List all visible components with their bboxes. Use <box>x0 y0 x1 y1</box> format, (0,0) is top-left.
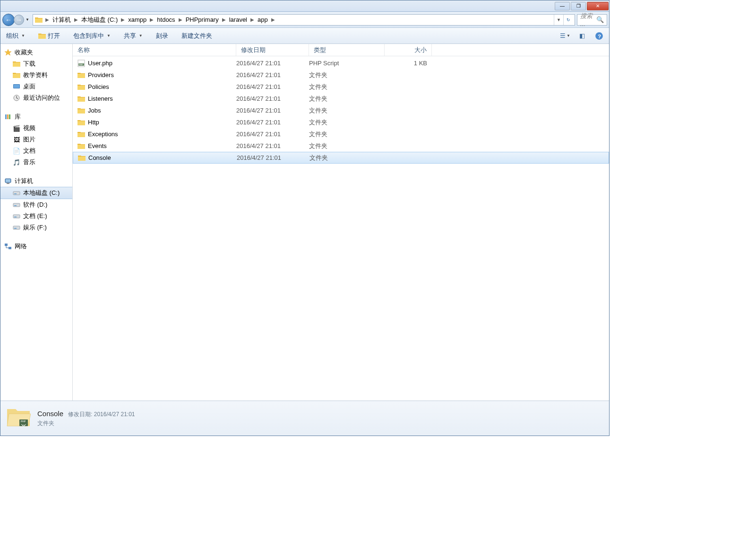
file-row[interactable]: Events2016/4/27 21:01文件夹 <box>73 140 609 152</box>
file-row[interactable]: Providers2016/4/27 21:01文件夹 <box>73 69 609 81</box>
breadcrumb-item[interactable]: 计算机 <box>50 15 73 25</box>
folder-icon <box>77 142 85 150</box>
column-headers: 名称 修改日期 类型 大小 <box>73 44 609 56</box>
file-type: 文件夹 <box>309 83 385 91</box>
chevron-right-icon[interactable]: ▶ <box>149 17 155 22</box>
folder-icon <box>13 71 20 79</box>
sidebar-item-downloads[interactable]: 下载 <box>0 58 72 70</box>
file-date: 2016/4/27 21:01 <box>236 71 309 79</box>
chevron-right-icon[interactable]: ▶ <box>73 17 79 22</box>
organize-button[interactable]: 组织▼ <box>5 30 26 42</box>
nav-forward-button[interactable]: → <box>14 15 24 25</box>
nav-back-button[interactable]: ← <box>2 14 15 26</box>
file-row[interactable]: Http2016/4/27 21:01文件夹 <box>73 116 609 128</box>
drive-icon <box>13 212 20 220</box>
breadcrumb-item[interactable]: htdocs <box>155 15 177 24</box>
file-name: Http <box>88 119 99 126</box>
chevron-right-icon[interactable]: ▶ <box>249 17 255 22</box>
file-type: 文件夹 <box>309 130 385 139</box>
navigation-sidebar: 收藏夹 下载 教学资料 桌面 最近访问的位 库 🎬视频 🖼图片 📄文档 🎵音乐 … <box>0 44 73 401</box>
file-date: 2016/4/27 21:01 <box>236 142 309 149</box>
chevron-right-icon[interactable]: ▶ <box>178 17 183 22</box>
column-size[interactable]: 大小 <box>385 44 432 56</box>
sidebar-item-teaching[interactable]: 教学资料 <box>0 70 72 81</box>
file-date: 2016/4/27 21:01 <box>236 131 309 138</box>
details-type: 文件夹 <box>37 419 135 428</box>
chevron-right-icon[interactable]: ▶ <box>44 17 50 22</box>
preview-pane-button[interactable]: ◧ <box>577 31 587 41</box>
folder-icon <box>77 131 85 138</box>
address-bar: ← → ▼ ▶ 计算机 ▶ 本地磁盘 (C:) ▶ xampp ▶ htdocs… <box>0 12 609 28</box>
star-icon <box>4 49 12 56</box>
file-type: 文件夹 <box>309 106 385 115</box>
burn-button[interactable]: 刻录 <box>155 30 169 42</box>
sidebar-item-recent[interactable]: 最近访问的位 <box>0 92 72 104</box>
file-type: PHP Script <box>309 60 385 67</box>
open-button[interactable]: 打开 <box>37 30 61 42</box>
breadcrumb-item[interactable]: xampp <box>126 15 149 24</box>
php-file-icon <box>77 60 85 67</box>
search-input[interactable]: 搜索 ... 🔍 <box>577 14 607 26</box>
file-row[interactable]: Console2016/4/27 21:01文件夹 <box>73 152 609 164</box>
sidebar-libraries-header[interactable]: 库 <box>0 111 72 122</box>
sidebar-item-documents[interactable]: 📄文档 <box>0 145 72 157</box>
recent-icon <box>13 94 20 102</box>
sidebar-network-header[interactable]: 网络 <box>0 241 72 252</box>
file-date: 2016/4/27 21:01 <box>236 95 309 102</box>
maximize-button[interactable]: ❐ <box>571 2 586 10</box>
chevron-right-icon[interactable]: ▶ <box>270 17 276 22</box>
file-row[interactable]: Jobs2016/4/27 21:01文件夹 <box>73 105 609 116</box>
music-icon: 🎵 <box>13 158 20 166</box>
column-date[interactable]: 修改日期 <box>236 44 309 56</box>
search-icon: 🔍 <box>596 16 604 23</box>
share-button[interactable]: 共享▼ <box>123 30 144 42</box>
library-icon <box>4 113 12 121</box>
file-row[interactable]: Exceptions2016/4/27 21:01文件夹 <box>73 128 609 140</box>
sidebar-item-drive-e[interactable]: 文档 (E:) <box>0 210 72 222</box>
file-type: 文件夹 <box>309 71 385 79</box>
sidebar-favorites-header[interactable]: 收藏夹 <box>0 47 72 58</box>
chevron-right-icon[interactable]: ▶ <box>120 17 126 22</box>
minimize-button[interactable]: — <box>555 2 570 10</box>
chevron-right-icon[interactable]: ▶ <box>221 17 227 22</box>
sidebar-item-drive-c[interactable]: 本地磁盘 (C:) <box>0 187 72 199</box>
sidebar-item-pictures[interactable]: 🖼图片 <box>0 134 72 145</box>
details-meta: 修改日期: 2016/4/27 21:01 <box>68 410 135 419</box>
sidebar-item-desktop[interactable]: 桌面 <box>0 81 72 92</box>
sidebar-item-videos[interactable]: 🎬视频 <box>0 122 72 134</box>
folder-icon <box>77 71 85 79</box>
details-name: Console <box>37 410 63 418</box>
include-library-button[interactable]: 包含到库中▼ <box>72 30 112 42</box>
breadcrumb[interactable]: ▶ 计算机 ▶ 本地磁盘 (C:) ▶ xampp ▶ htdocs ▶ PHP… <box>33 14 575 26</box>
breadcrumb-item[interactable]: laravel <box>227 15 249 24</box>
nav-history-dropdown[interactable]: ▼ <box>24 14 31 26</box>
file-row[interactable]: Policies2016/4/27 21:01文件夹 <box>73 81 609 93</box>
breadcrumb-item[interactable]: app <box>255 15 270 24</box>
refresh-button[interactable]: ↻ <box>563 15 573 25</box>
file-name: User.php <box>88 60 112 67</box>
file-date: 2016/4/27 21:01 <box>236 119 309 126</box>
view-options-button[interactable]: ☰▼ <box>560 31 570 41</box>
sidebar-item-drive-f[interactable]: 娱乐 (F:) <box>0 222 72 233</box>
breadcrumb-dropdown[interactable]: ▼ <box>554 15 563 25</box>
breadcrumb-item[interactable]: PHPprimary <box>183 15 221 24</box>
folder-icon <box>13 60 20 68</box>
file-row[interactable]: Listeners2016/4/27 21:01文件夹 <box>73 93 609 105</box>
sidebar-item-music[interactable]: 🎵音乐 <box>0 157 72 168</box>
column-type[interactable]: 类型 <box>309 44 385 56</box>
open-icon <box>38 32 46 40</box>
breadcrumb-item[interactable]: 本地磁盘 (C:) <box>79 15 120 25</box>
new-folder-button[interactable]: 新建文件夹 <box>180 30 213 42</box>
sidebar-item-drive-d[interactable]: 软件 (D:) <box>0 199 72 210</box>
file-name: Exceptions <box>88 131 118 138</box>
file-date: 2016/4/27 21:01 <box>236 83 309 90</box>
sidebar-computer-header[interactable]: 计算机 <box>0 175 72 187</box>
column-name[interactable]: 名称 <box>73 44 236 56</box>
file-name: Policies <box>88 83 109 90</box>
drive-icon <box>13 189 20 197</box>
picture-icon: 🖼 <box>13 136 20 143</box>
file-row[interactable]: User.php2016/4/27 21:01PHP Script1 KB <box>73 57 609 69</box>
help-button[interactable] <box>594 31 604 41</box>
close-button[interactable]: ✕ <box>587 2 609 10</box>
folder-icon <box>35 16 43 24</box>
